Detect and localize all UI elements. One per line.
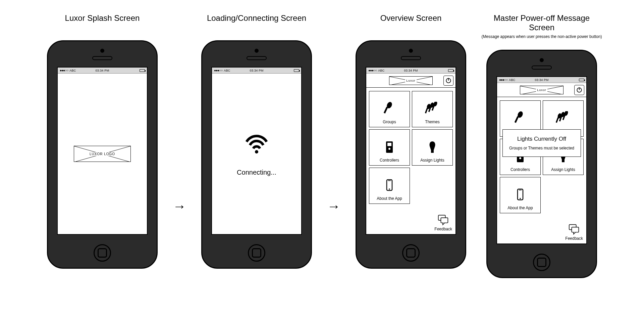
- overview-screen: ●●●○○ABC 03:34 PM Luxor Groups Themes: [366, 67, 456, 235]
- tile-assign-lights[interactable]: Assign Lights: [412, 129, 453, 166]
- phone-camera: [100, 49, 104, 53]
- carrier-label: ABC: [509, 78, 515, 82]
- phone-home-button: [248, 244, 265, 262]
- poweroff-subtitle: (Message appears when user presses the n…: [482, 34, 602, 40]
- tile-label: Assign Lights: [420, 158, 444, 163]
- signal-icon: ●●●○○: [60, 69, 68, 72]
- feedback-button[interactable]: Feedback: [434, 213, 452, 231]
- tile-label: Groups: [383, 120, 396, 124]
- app-header: Luxor: [366, 74, 455, 88]
- status-time: 03:34 PM: [250, 69, 264, 72]
- status-bar: ●●●○○ABC 03:34 PM: [497, 77, 586, 83]
- connecting-label: Connecting...: [237, 169, 276, 176]
- overview-title: Overview Screen: [380, 13, 442, 23]
- splash-body: LUXOR LOGO: [58, 74, 147, 234]
- connecting-body: Connecting...: [212, 74, 301, 234]
- feedback-button[interactable]: Feedback: [565, 223, 583, 241]
- poweroff-screen: ●●●○○ABC 03:34 PM Luxor Groups Themes: [496, 76, 587, 244]
- spotlights-icon: [424, 101, 441, 118]
- flow-arrow-icon: →: [173, 199, 186, 214]
- wireframe-flow-row: Luxor Splash Screen ●●●○○ABC 03:34 PM LU…: [7, 13, 637, 278]
- flow-arrow-icon: →: [327, 199, 340, 214]
- phone-frame: ●●●○○ABC 03:34 PM Luxor Groups Themes: [486, 50, 597, 278]
- connecting-screen: ●●●○○ABC 03:34 PM Connecting...: [211, 67, 302, 235]
- power-icon: [445, 77, 452, 84]
- phone-home-button: [533, 254, 550, 271]
- tile-label: Controllers: [511, 167, 530, 172]
- controller-icon: [383, 139, 396, 156]
- tile-groups[interactable]: Groups: [369, 91, 410, 127]
- splash-column: Luxor Splash Screen ●●●○○ABC 03:34 PM LU…: [42, 13, 163, 269]
- battery-icon: [448, 69, 453, 72]
- tile-label: Themes: [425, 120, 439, 124]
- modal-title: Lights Currently Off: [507, 136, 577, 142]
- tile-label: Assign Lights: [551, 167, 575, 172]
- poweroff-title: Master Power-off Message Screen: [481, 13, 602, 32]
- battery-icon: [579, 79, 584, 81]
- carrier-label: ABC: [224, 69, 230, 72]
- status-time: 03:34 PM: [535, 78, 549, 82]
- feedback-icon: [437, 213, 450, 226]
- connecting-title: Loading/Connecting Screen: [207, 13, 306, 23]
- phone-home-button: [402, 244, 420, 262]
- phone-earpiece: [247, 56, 267, 60]
- poweroff-modal[interactable]: Lights Currently Off Groups or Themes mu…: [502, 129, 581, 157]
- phone-home-button: [94, 244, 111, 262]
- splash-screen: ●●●○○ABC 03:34 PM LUXOR LOGO: [57, 67, 148, 235]
- connecting-column: Loading/Connecting Screen ●●●○○ABC 03:34…: [196, 13, 317, 269]
- status-bar: ●●●○○ABC 03:34 PM: [366, 68, 455, 74]
- signal-icon: ●●●○○: [368, 69, 377, 72]
- phone-earpiece: [532, 65, 552, 70]
- feedback-icon: [568, 223, 581, 235]
- tile-label: About the App: [377, 196, 402, 201]
- tile-label: About the App: [507, 206, 533, 210]
- phone-icon: [383, 177, 396, 194]
- signal-icon: ●●●○○: [499, 78, 507, 82]
- phone-icon: [514, 187, 527, 204]
- overview-grid: Groups Themes Controllers Assign Lights …: [366, 88, 455, 234]
- phone-earpiece: [92, 56, 112, 60]
- feedback-label: Feedback: [434, 227, 452, 231]
- carrier-label: ABC: [378, 69, 384, 72]
- tile-about[interactable]: About the App: [500, 177, 541, 213]
- signal-icon: ●●●○○: [214, 69, 222, 72]
- phone-camera: [409, 49, 413, 53]
- status-time: 03:34 PM: [404, 69, 418, 72]
- spotlight-icon: [383, 101, 396, 118]
- header-logo-label: Luxor: [536, 88, 547, 92]
- modal-body: Groups or Themes must be selected: [507, 146, 577, 150]
- phone-frame: ●●●○○ABC 03:34 PM Luxor Groups Themes: [356, 40, 466, 269]
- feedback-label: Feedback: [565, 236, 583, 241]
- status-bar: ●●●○○ABC 03:34 PM: [212, 68, 301, 74]
- status-bar: ●●●○○ABC 03:34 PM: [58, 68, 147, 74]
- phone-camera: [255, 49, 259, 53]
- tile-controllers[interactable]: Controllers: [369, 129, 410, 166]
- tile-label: Controllers: [380, 158, 399, 163]
- wifi-icon: [243, 132, 270, 155]
- battery-icon: [140, 69, 145, 72]
- splash-title: Luxor Splash Screen: [65, 13, 140, 23]
- battery-icon: [294, 69, 299, 72]
- poweroff-column: Master Power-off Message Screen (Message…: [481, 13, 602, 278]
- header-logo-placeholder: Luxor: [389, 76, 433, 85]
- overview-grid: Groups Themes Controllers Assign Lights …: [497, 97, 586, 244]
- power-icon: [576, 87, 583, 93]
- header-logo-label: Luxor: [405, 79, 417, 82]
- overview-column: Overview Screen ●●●○○ABC 03:34 PM Luxor: [351, 13, 471, 269]
- logo-label: LUXOR LOGO: [88, 152, 116, 156]
- spotlight-icon: [514, 110, 527, 127]
- luxor-logo-placeholder: LUXOR LOGO: [74, 146, 131, 162]
- phone-frame: ●●●○○ABC 03:34 PM LUXOR LOGO: [47, 40, 158, 269]
- bulb-icon: [426, 139, 439, 156]
- carrier-label: ABC: [69, 69, 76, 72]
- header-logo-placeholder: Luxor: [520, 86, 564, 94]
- phone-earpiece: [401, 56, 421, 60]
- app-header: Luxor: [497, 83, 586, 97]
- power-button[interactable]: [574, 85, 584, 95]
- tile-about[interactable]: About the App: [369, 168, 410, 204]
- tile-themes[interactable]: Themes: [412, 91, 453, 127]
- spotlights-icon: [555, 110, 572, 127]
- phone-frame: ●●●○○ABC 03:34 PM Connecting...: [201, 40, 312, 269]
- power-button[interactable]: [443, 76, 453, 86]
- phone-camera: [540, 58, 544, 62]
